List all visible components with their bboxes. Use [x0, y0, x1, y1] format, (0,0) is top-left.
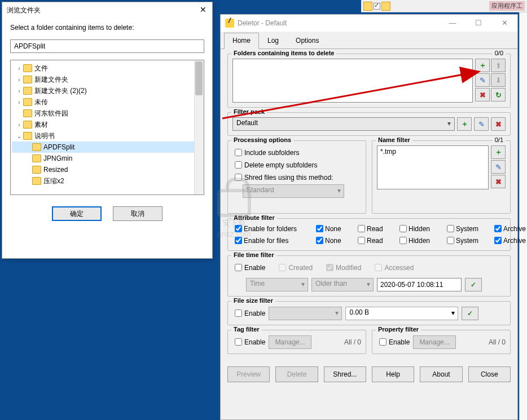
deletor-title-bar[interactable]: Deletor - Default — ☐ ✕ [221, 15, 517, 32]
close-app-button[interactable]: Close [468, 366, 511, 382]
filter-edit-button[interactable]: ✎ [474, 117, 489, 131]
tag-filter-group: Tag filter Enable Manage... All / 0 [227, 330, 366, 354]
folder-icon [23, 64, 32, 72]
browse-cancel-button[interactable]: 取消 [113, 206, 163, 221]
close-button[interactable]: ✕ [491, 15, 517, 32]
shred-method-combo[interactable]: Standard [243, 184, 344, 198]
help-button[interactable]: Help [372, 366, 414, 382]
tree-item[interactable]: 压缩x2 [12, 175, 203, 187]
filter-pack-combo[interactable]: Default [232, 117, 455, 131]
prop-count: All / 0 [489, 338, 506, 346]
tree-item[interactable]: Resized [12, 164, 203, 175]
add-folder-button[interactable]: ＋ [475, 59, 490, 72]
folder-tree[interactable]: ›文件›新建文件夹›新建文件夹 (2)(2)›未传河东软件园›素材⌄说明书APD… [10, 60, 204, 195]
right-edge-strip [519, 12, 527, 420]
tab-home[interactable]: Home [224, 33, 259, 49]
name-edit-button[interactable]: ✎ [491, 160, 506, 174]
folder-icon [23, 98, 32, 106]
time-apply-button[interactable]: ✓ [465, 278, 482, 291]
browse-title-text: 浏览文件夹 [7, 6, 41, 14]
browse-ok-button[interactable]: 确定 [52, 206, 102, 221]
maximize-button[interactable]: ☐ [465, 15, 491, 32]
name-filter-group: Name filter 0/1 *.tmp ＋ ✎ ✖ [372, 140, 511, 214]
filter-add-button[interactable]: ＋ [457, 117, 472, 131]
delete-empty-check[interactable]: Delete empty subfolders [232, 160, 361, 170]
deletor-window: Deletor - Default — ☐ ✕ Home Log Options… [220, 14, 518, 420]
tag-filter-title: Tag filter [231, 326, 262, 333]
tag-manage-button[interactable]: Manage... [269, 335, 311, 349]
include-subfolders-check[interactable]: Include subfolders [232, 147, 361, 158]
tree-item[interactable]: ›未传 [12, 96, 203, 108]
folders-listbox[interactable] [232, 59, 473, 103]
edit-folder-button[interactable]: ✎ [475, 73, 490, 87]
time-op-combo[interactable]: Older than [311, 278, 374, 291]
time-value-input[interactable] [377, 278, 462, 291]
folders-none-check[interactable]: None [314, 223, 353, 234]
shred-button[interactable]: Shred... [324, 366, 366, 382]
app-group-label: 应用程序工 [489, 1, 525, 11]
size-op-combo[interactable] [269, 307, 342, 320]
time-enable-check[interactable]: Enable [232, 262, 265, 273]
tab-bar: Home Log Options [221, 32, 517, 49]
name-remove-button[interactable]: ✖ [491, 175, 506, 188]
tree-item[interactable]: JPNGmin [12, 153, 203, 164]
files-hidden-check[interactable]: Hidden [397, 235, 442, 246]
minimize-button[interactable]: — [440, 15, 465, 32]
folders-system-check[interactable]: System [445, 223, 490, 234]
delete-button[interactable]: Delete [275, 366, 318, 382]
time-accessed-check: Accessed [372, 262, 414, 273]
remove-folder-button[interactable]: ✖ [475, 88, 490, 101]
folder-icon [23, 87, 32, 95]
folder-icon [23, 76, 32, 83]
property-filter-title: Property filter [376, 326, 421, 333]
size-apply-button[interactable]: ✓ [462, 307, 478, 320]
bottom-button-bar: Preview Delete Shred... Help About Close [221, 363, 517, 388]
prop-enable-check[interactable]: Enable [377, 337, 410, 347]
browse-close-button[interactable]: ✕ [197, 5, 209, 16]
files-archive-check[interactable]: Archive [492, 235, 527, 246]
files-none-check[interactable]: None [314, 235, 353, 246]
size-value-combo[interactable]: 0.00 B [345, 307, 458, 320]
enable-folders-check[interactable]: Enable for folders [232, 223, 311, 234]
tree-item[interactable]: ›新建文件夹 (2)(2) [12, 85, 203, 96]
folders-hidden-check[interactable]: Hidden [397, 223, 442, 234]
file-size-title: File size filter [231, 297, 275, 304]
about-button[interactable]: About [420, 366, 462, 382]
files-system-check[interactable]: System [445, 235, 490, 246]
files-read-check[interactable]: Read [355, 235, 395, 246]
move-up-button[interactable]: ⬆ [491, 59, 506, 72]
folders-archive-check[interactable]: Archive [492, 223, 527, 234]
tree-item[interactable]: ›素材 [12, 119, 203, 130]
prop-manage-button[interactable]: Manage... [413, 335, 455, 349]
browse-title-bar: 浏览文件夹 ✕ [2, 2, 212, 18]
browse-path-input[interactable] [10, 39, 204, 53]
name-add-button[interactable]: ＋ [491, 145, 506, 159]
tag-enable-check[interactable]: Enable [232, 337, 265, 347]
enable-files-check[interactable]: Enable for files [232, 235, 311, 246]
folder-icon [32, 154, 41, 162]
folders-count: 0/0 [493, 50, 506, 56]
tree-item[interactable]: ⌄说明书 [12, 130, 203, 142]
filter-remove-button[interactable]: ✖ [491, 117, 506, 131]
refresh-folder-button[interactable]: ↻ [491, 88, 506, 101]
file-time-title: File time filter [231, 251, 276, 258]
folder-icon [23, 132, 32, 140]
tab-options[interactable]: Options [287, 33, 327, 48]
attribute-filter-group: Attribute filter Enable for folders None… [227, 218, 511, 251]
size-enable-check[interactable]: Enable [232, 308, 265, 319]
time-field-combo[interactable]: Time [246, 278, 308, 291]
preview-button[interactable]: Preview [227, 366, 270, 382]
processing-title: Processing options [231, 136, 293, 143]
tree-item[interactable]: APDFSplit [12, 142, 203, 153]
tree-item[interactable]: ›文件 [12, 63, 203, 74]
tree-scrollbar[interactable] [194, 60, 204, 194]
name-filter-listbox[interactable]: *.tmp [377, 145, 489, 189]
name-filter-title: Name filter [376, 136, 412, 143]
shred-check[interactable]: Shred files using this method: [232, 172, 361, 183]
file-size-group: File size filter Enable 0.00 B ✓ [227, 301, 511, 325]
move-down-button[interactable]: ⬇ [491, 73, 506, 87]
tree-item[interactable]: ›新建文件夹 [12, 74, 203, 85]
folders-read-check[interactable]: Read [355, 223, 395, 234]
tab-log[interactable]: Log [259, 33, 287, 48]
tree-item[interactable]: 河东软件园 [12, 108, 203, 119]
